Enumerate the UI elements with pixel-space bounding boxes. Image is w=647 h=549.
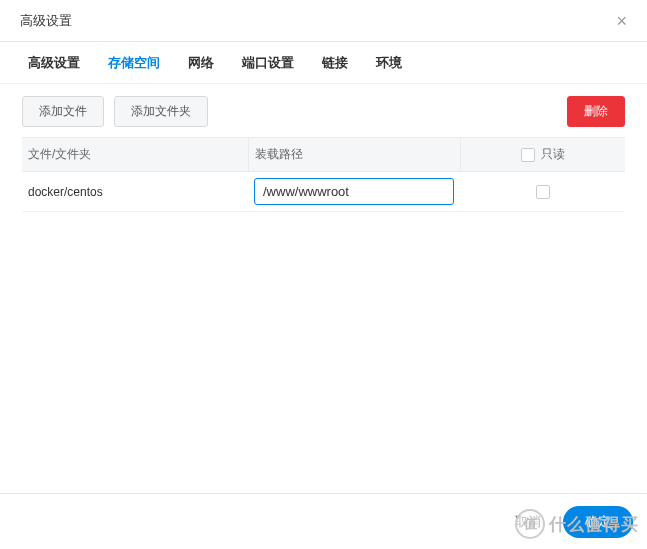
tab-port[interactable]: 端口设置	[242, 42, 294, 84]
add-folder-button[interactable]: 添加文件夹	[114, 96, 208, 127]
cell-file-folder: docker/centos	[22, 175, 248, 209]
tab-env[interactable]: 环境	[376, 42, 402, 84]
cell-readonly	[460, 177, 625, 207]
mount-path-input[interactable]	[254, 178, 454, 205]
delete-button[interactable]: 删除	[567, 96, 625, 127]
tabs-bar: 高级设置 存储空间 网络 端口设置 链接 环境	[0, 42, 647, 84]
table-header: 文件/文件夹 装载路径 只读	[22, 137, 625, 172]
cancel-button[interactable]: 取消	[505, 507, 551, 537]
dialog-header: 高级设置 ×	[0, 0, 647, 42]
tab-link[interactable]: 链接	[322, 42, 348, 84]
col-mount-path: 装载路径	[248, 138, 460, 171]
readonly-all-checkbox[interactable]	[521, 148, 535, 162]
toolbar: 添加文件 添加文件夹 删除	[0, 84, 647, 137]
tab-storage[interactable]: 存储空间	[108, 42, 160, 84]
readonly-checkbox[interactable]	[536, 185, 550, 199]
tab-advanced[interactable]: 高级设置	[28, 42, 80, 84]
col-readonly: 只读	[460, 138, 625, 171]
confirm-button[interactable]: 确定	[563, 506, 633, 538]
dialog-footer: 取消 确定 值 什么值得买	[0, 493, 647, 549]
cell-mount-path	[248, 174, 460, 209]
dialog-title: 高级设置	[20, 12, 72, 30]
add-file-button[interactable]: 添加文件	[22, 96, 104, 127]
col-file-folder: 文件/文件夹	[22, 138, 248, 171]
readonly-label: 只读	[541, 146, 565, 163]
tab-network[interactable]: 网络	[188, 42, 214, 84]
table-row: docker/centos	[22, 172, 625, 212]
close-icon[interactable]: ×	[616, 12, 627, 30]
